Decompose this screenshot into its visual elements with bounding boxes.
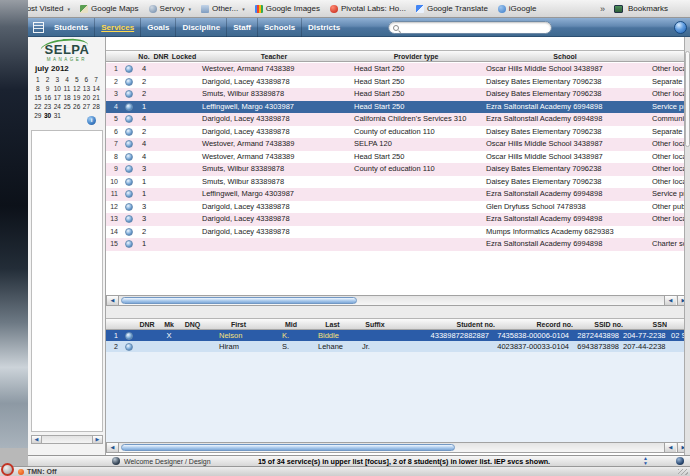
bookmark-item[interactable]: iGoogle — [493, 0, 542, 17]
calendar-day[interactable]: 22 — [33, 102, 43, 111]
scroll-left-icon[interactable]: ◀ — [32, 436, 42, 443]
record-sphere-icon[interactable] — [125, 240, 133, 248]
bookmark-item[interactable]: Pivotal Labs: Ho... — [325, 0, 411, 17]
calendar-day[interactable]: 27 — [82, 102, 92, 111]
bookmark-item[interactable]: Servoy▾ — [144, 0, 196, 17]
record-sphere-icon[interactable] — [125, 128, 133, 136]
calendar-day[interactable]: 23 — [43, 102, 53, 111]
scroll-left-icon[interactable]: ◀ — [107, 296, 119, 305]
column-header[interactable]: Student no. — [395, 319, 495, 329]
service-row[interactable]: 101Smuts, Wilbur 83389878Daisey Bates El… — [106, 176, 690, 189]
scroll-right-icon[interactable]: ▶ — [92, 436, 102, 443]
column-header[interactable]: First — [205, 319, 272, 329]
calendar-day[interactable]: 4 — [62, 75, 72, 84]
column-header[interactable]: DNQ — [180, 319, 205, 329]
record-sphere-icon[interactable] — [125, 332, 133, 340]
calendar-day[interactable]: 18 — [62, 93, 72, 102]
tab-schools[interactable]: Schools — [257, 18, 301, 37]
column-header[interactable]: SSID no. — [573, 319, 623, 329]
column-header[interactable]: SSN — [623, 319, 667, 329]
column-header[interactable]: Provider type — [350, 51, 482, 61]
record-sphere-icon[interactable] — [125, 215, 133, 223]
column-header[interactable]: Suffix — [355, 319, 395, 329]
calendar-day[interactable]: 24 — [52, 102, 62, 111]
record-sphere-icon[interactable] — [125, 90, 133, 98]
calendar-day[interactable]: 8 — [33, 84, 43, 93]
calendar-day[interactable]: 20 — [82, 93, 92, 102]
calendar-day[interactable]: 19 — [72, 93, 82, 102]
student-row[interactable]: 1XNelsonK.Biddle433898728828877435838-00… — [106, 330, 690, 341]
calendar-day[interactable]: 6 — [82, 75, 92, 84]
calendar-day[interactable]: 2 — [43, 75, 53, 84]
column-header[interactable]: DNR — [152, 51, 170, 61]
scroll-left-icon[interactable]: ◀ — [664, 296, 676, 305]
calendar-day[interactable]: 16 — [43, 93, 53, 102]
service-row[interactable]: 41Leffingwell, Margo 4303987Head Start 2… — [106, 101, 690, 114]
column-header[interactable] — [106, 319, 121, 329]
calendar-day[interactable]: 11 — [62, 84, 72, 93]
calendar-day[interactable]: 30 — [43, 111, 53, 120]
bookmark-item[interactable]: Google Translate — [411, 0, 493, 17]
bookmark-item[interactable]: Other...▾ — [196, 0, 250, 17]
column-header[interactable]: Teacher — [198, 51, 350, 61]
column-header[interactable] — [121, 51, 136, 61]
list-view-icon[interactable] — [33, 22, 44, 33]
record-sphere-icon[interactable] — [125, 103, 133, 111]
sort-arrows-icon[interactable]: ▲▼ — [643, 456, 648, 466]
column-header[interactable]: DNR — [136, 319, 158, 329]
service-row[interactable]: 14Westover, Armand 7438389Head Start 250… — [106, 63, 690, 76]
column-header[interactable]: Mk — [158, 319, 180, 329]
student-row[interactable]: 2HiramS.LehaneJr.4023837-00033-010469438… — [106, 341, 690, 352]
search-input[interactable] — [405, 22, 549, 33]
service-row[interactable]: 22Darigold, Lacey 43389878Head Start 250… — [106, 76, 690, 89]
service-row[interactable]: 151Ezra Saltonstall Academy 6994898Chart… — [106, 238, 690, 251]
overflow-chevron-icon[interactable]: » — [600, 4, 605, 14]
calendar-day[interactable]: 3 — [52, 75, 62, 84]
record-sphere-icon[interactable] — [125, 203, 133, 211]
column-header[interactable] — [121, 319, 136, 329]
record-sphere-icon[interactable] — [125, 78, 133, 86]
record-sphere-icon[interactable] — [125, 190, 133, 198]
record-sphere-icon[interactable] — [125, 115, 133, 123]
record-sphere-icon[interactable] — [125, 343, 133, 351]
scroll-left-icon[interactable]: ◀ — [107, 443, 119, 452]
record-sphere-icon[interactable] — [125, 165, 133, 173]
record-sphere-icon[interactable] — [125, 153, 133, 161]
bookmark-item[interactable]: Google Images — [250, 0, 325, 17]
scrollbar-thumb[interactable] — [121, 297, 357, 304]
calendar-day[interactable]: 31 — [52, 111, 62, 120]
calendar-day[interactable]: 29 — [33, 111, 43, 120]
column-header[interactable]: No. — [136, 51, 152, 61]
service-row[interactable]: 111Leffingwell, Margo 4303987Ezra Salton… — [106, 188, 690, 201]
calendar-day[interactable]: 12 — [72, 84, 82, 93]
calendar-day[interactable]: 21 — [91, 93, 101, 102]
calendar-day[interactable]: 28 — [91, 102, 101, 111]
column-header[interactable]: Locked — [170, 51, 198, 61]
service-row[interactable]: 133Darigold, Lacey 43389878Ezra Saltonst… — [106, 213, 690, 226]
service-row[interactable]: 93Smuts, Wilbur 83389878County of educat… — [106, 163, 690, 176]
record-sphere-icon[interactable] — [125, 140, 133, 148]
service-row[interactable]: 54Darigold, Lacey 43389878California Chi… — [106, 113, 690, 126]
column-header[interactable] — [106, 51, 121, 61]
service-row[interactable]: 84Westover, Armand 7438389Head Start 250… — [106, 151, 690, 164]
calendar-day[interactable]: 15 — [33, 93, 43, 102]
record-sphere-icon[interactable] — [125, 228, 133, 236]
service-row[interactable]: 74Westover, Armand 7438389SELPA 120Oscar… — [106, 138, 690, 151]
scrollbar-thumb[interactable] — [121, 444, 455, 451]
service-row[interactable]: 32Smuts, Wilbur 83389878Head Start 250Da… — [106, 88, 690, 101]
sidebar-list[interactable] — [31, 130, 103, 432]
bookmark-item[interactable]: Google Maps — [75, 0, 144, 17]
record-sphere-icon[interactable] — [125, 178, 133, 186]
calendar-day[interactable]: 1 — [33, 75, 43, 84]
tab-services[interactable]: Services — [94, 18, 140, 37]
bookmarks-menu[interactable]: Bookmarks — [628, 4, 668, 13]
tab-discipline[interactable]: Discipline — [175, 18, 226, 37]
calendar-day[interactable]: 13 — [82, 84, 92, 93]
service-row[interactable]: 62Darigold, Lacey 43389878County of educ… — [106, 126, 690, 139]
calendar-day[interactable]: 14 — [91, 84, 101, 93]
column-header[interactable]: School — [482, 51, 648, 61]
column-header[interactable]: Record no. — [495, 319, 573, 329]
service-row[interactable]: 142Darigold, Lacey 43389878Mumps Informa… — [106, 226, 690, 239]
calendar-day[interactable]: 7 — [91, 75, 101, 84]
calendar-day[interactable]: 25 — [62, 102, 72, 111]
